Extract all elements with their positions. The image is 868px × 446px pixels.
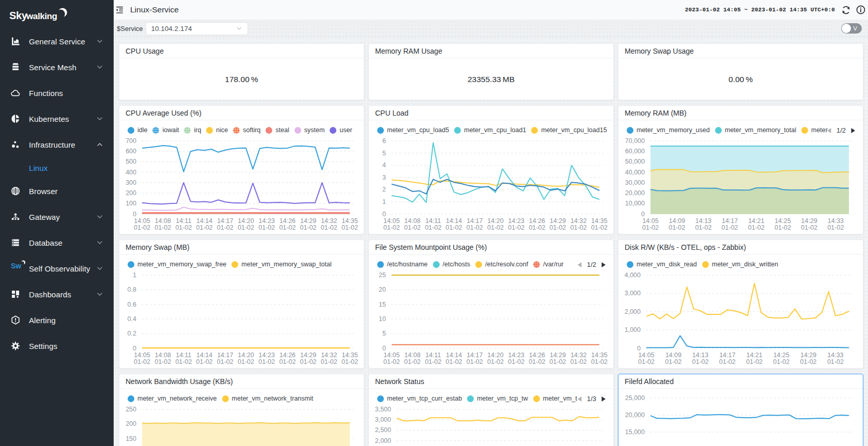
svg-text:0: 0 (637, 345, 641, 352)
svg-text:14:17: 14:17 (467, 217, 483, 225)
svg-text:500: 500 (126, 158, 136, 165)
svg-text:01-02: 01-02 (467, 224, 483, 231)
svg-text:14:35: 14:35 (342, 217, 358, 225)
svg-text:15,000: 15,000 (625, 428, 645, 436)
svg-text:01-02: 01-02 (154, 358, 171, 365)
svg-text:01-02: 01-02 (642, 224, 659, 231)
svg-text:14:29: 14:29 (300, 352, 316, 359)
svg-text:14:29: 14:29 (300, 217, 316, 225)
svg-text:14:26: 14:26 (529, 352, 545, 359)
svg-text:14:20: 14:20 (487, 352, 503, 359)
svg-text:14:20: 14:20 (487, 217, 503, 225)
svg-text:01-02: 01-02 (722, 224, 738, 231)
svg-text:01-02: 01-02 (827, 224, 844, 231)
svg-text:01-02: 01-02 (300, 358, 317, 365)
svg-text:01-02: 01-02 (217, 224, 234, 231)
svg-text:01-02: 01-02 (404, 224, 421, 231)
svg-text:14:05: 14:05 (134, 352, 150, 359)
svg-text:01-02: 01-02 (175, 224, 192, 231)
svg-text:01-02: 01-02 (591, 224, 608, 231)
svg-text:01-02: 01-02 (669, 224, 685, 231)
svg-text:01-02: 01-02 (529, 224, 545, 231)
svg-text:14:29: 14:29 (550, 217, 566, 225)
svg-text:14:32: 14:32 (321, 217, 337, 225)
svg-text:14:26: 14:26 (280, 217, 296, 225)
svg-text:01-02: 01-02 (279, 224, 296, 231)
svg-text:14:32: 14:32 (570, 352, 586, 359)
svg-text:14:33: 14:33 (828, 217, 844, 225)
svg-text:150: 150 (126, 435, 136, 442)
svg-text:0: 0 (382, 211, 386, 218)
svg-text:14:32: 14:32 (321, 352, 337, 359)
svg-text:01-02: 01-02 (529, 358, 545, 365)
svg-text:14:17: 14:17 (719, 352, 735, 359)
svg-text:01-02: 01-02 (342, 224, 358, 231)
svg-text:0.4: 0.4 (128, 315, 136, 323)
svg-text:6: 6 (382, 137, 386, 145)
svg-text:14:26: 14:26 (280, 352, 296, 359)
svg-text:3: 3 (382, 174, 386, 181)
svg-text:400: 400 (126, 169, 136, 176)
svg-text:14:23: 14:23 (259, 217, 275, 225)
svg-text:14:23: 14:23 (259, 352, 275, 359)
svg-text:01-02: 01-02 (175, 358, 192, 365)
svg-text:14:14: 14:14 (196, 352, 212, 359)
svg-text:14:13: 14:13 (695, 217, 711, 225)
svg-text:0.6: 0.6 (128, 301, 136, 308)
svg-text:14:08: 14:08 (405, 217, 421, 225)
svg-text:01-02: 01-02 (487, 224, 504, 231)
svg-text:20,000: 20,000 (625, 411, 645, 419)
svg-text:2,500: 2,500 (375, 426, 391, 434)
svg-text:01-02: 01-02 (550, 224, 566, 231)
svg-text:14:08: 14:08 (405, 352, 421, 359)
svg-text:50,000: 50,000 (625, 158, 645, 165)
svg-text:10: 10 (379, 315, 386, 323)
svg-text:01-02: 01-02 (665, 358, 681, 365)
svg-text:01-02: 01-02 (487, 358, 504, 365)
svg-text:01-02: 01-02 (746, 358, 763, 365)
svg-text:3,000: 3,000 (375, 416, 391, 423)
svg-text:25,000: 25,000 (625, 394, 645, 402)
svg-text:01-02: 01-02 (196, 358, 213, 365)
svg-text:01-02: 01-02 (258, 224, 275, 231)
svg-text:01-02: 01-02 (638, 358, 655, 365)
svg-text:0: 0 (641, 211, 645, 218)
svg-text:4,000: 4,000 (625, 272, 641, 279)
svg-text:14:05: 14:05 (134, 217, 150, 225)
svg-text:01-02: 01-02 (342, 358, 358, 365)
svg-text:01-02: 01-02 (446, 224, 462, 231)
svg-text:14:20: 14:20 (238, 217, 254, 225)
svg-text:01-02: 01-02 (801, 224, 817, 231)
svg-text:3,500: 3,500 (375, 406, 391, 413)
svg-text:20: 20 (379, 286, 386, 293)
svg-text:4: 4 (382, 162, 386, 169)
svg-text:200: 200 (126, 420, 136, 427)
svg-text:60,000: 60,000 (625, 148, 645, 155)
svg-text:14:17: 14:17 (467, 352, 483, 359)
svg-text:14:29: 14:29 (800, 352, 816, 359)
svg-text:0.2: 0.2 (128, 330, 136, 337)
svg-text:01-02: 01-02 (827, 358, 844, 365)
svg-text:14:11: 14:11 (176, 217, 191, 225)
svg-text:1: 1 (382, 198, 386, 205)
svg-text:1: 1 (133, 272, 136, 279)
svg-text:14:14: 14:14 (446, 352, 462, 359)
svg-text:01-02: 01-02 (134, 358, 150, 365)
svg-text:0.8: 0.8 (128, 286, 136, 293)
svg-text:01-02: 01-02 (134, 224, 150, 231)
svg-text:0: 0 (133, 211, 136, 218)
svg-text:2,000: 2,000 (375, 437, 391, 444)
svg-text:01-02: 01-02 (279, 358, 296, 365)
svg-text:100: 100 (126, 200, 136, 207)
svg-text:01-02: 01-02 (719, 358, 736, 365)
svg-text:14:25: 14:25 (773, 352, 789, 359)
svg-text:14:17: 14:17 (217, 217, 233, 225)
svg-text:2,000: 2,000 (625, 308, 641, 315)
svg-text:01-02: 01-02 (321, 224, 337, 231)
svg-text:40,000: 40,000 (625, 169, 645, 176)
svg-text:01-02: 01-02 (748, 224, 765, 231)
svg-text:01-02: 01-02 (196, 224, 213, 231)
svg-text:14:11: 14:11 (176, 352, 191, 359)
svg-text:14:21: 14:21 (748, 217, 764, 225)
svg-text:5: 5 (382, 150, 386, 157)
